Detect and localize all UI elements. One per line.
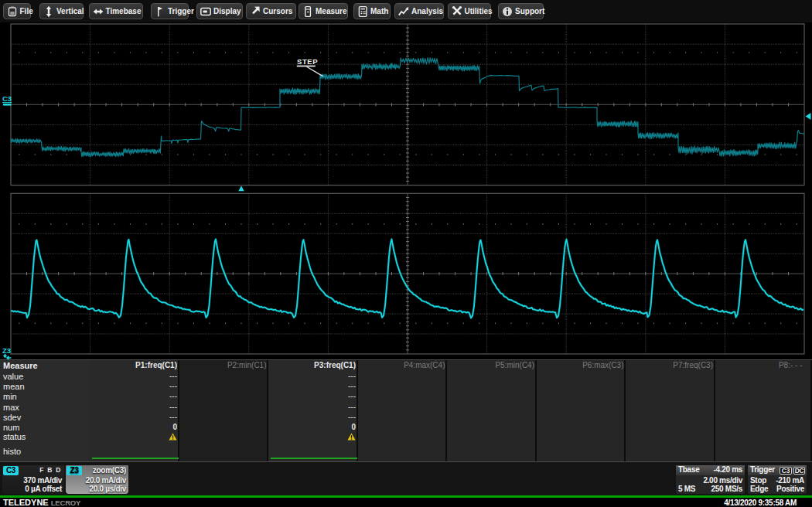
svg-text:STEP: STEP xyxy=(297,57,318,66)
svg-text:Z3: Z3 xyxy=(2,346,11,355)
svg-text:C3: C3 xyxy=(2,94,12,103)
